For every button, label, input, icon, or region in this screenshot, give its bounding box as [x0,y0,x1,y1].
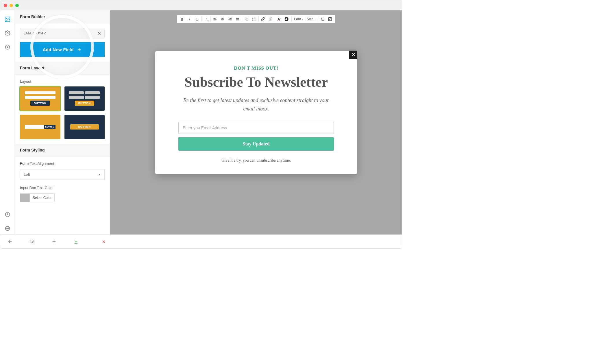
popup-eyebrow: DON'T MISS OUT! [178,65,334,71]
svg-point-4 [7,47,8,47]
layout-grid: BUTTON BUTTON BUTTON BUTTON [20,86,105,139]
rte-unordered-list[interactable] [250,15,258,23]
rte-align-left[interactable] [211,15,219,23]
back-icon[interactable] [7,239,13,245]
main-row: Form Builder EMAIL - tfield ✕ Add New Fi… [0,10,402,234]
layout-label: Layout [20,79,105,84]
rte-align-right[interactable] [226,15,234,23]
rte-toolbar: B I U Ix 123 A▾ A▾ Font▾ [177,15,335,23]
rte-size-dropdown[interactable]: Size▾ [305,17,317,21]
add-new-field-button[interactable]: Add New Field ＋ [20,42,105,57]
target-icon[interactable] [4,44,11,50]
form-text-alignment-label: Form Text Alignment [20,161,105,166]
popup-title: Subscribe To Newsletter [178,74,334,90]
popup-footer: Give it a try, you can unsubscribe anyti… [178,158,334,163]
layout-option-two-col[interactable]: BUTTON [64,86,105,111]
select-color-button[interactable]: Select Color [30,193,55,202]
input-box-text-color-label: Input Box Text Color [20,186,105,190]
devices-icon[interactable] [29,239,35,245]
chevron-down-icon: ▾ [314,18,316,21]
rte-source[interactable] [326,15,334,23]
section-form-layout: Form Layout [15,62,110,75]
rte-bg-color[interactable]: A▾ [283,15,291,23]
section-form-styling: Form Styling [15,144,110,157]
plus-icon: ＋ [77,46,82,53]
rte-size-label: Size [307,17,313,21]
close-icon[interactable] [101,239,107,245]
rte-align-justify[interactable] [234,15,241,23]
layout-card-button-label: BUTTON [44,125,56,129]
field-row-email[interactable]: EMAIL - tfield ✕ [20,28,105,38]
traffic-light-close[interactable] [4,4,7,7]
sidebar: Form Builder EMAIL - tfield ✕ Add New Fi… [15,10,110,234]
rte-unlink[interactable] [267,15,274,23]
rte-italic[interactable]: I [186,15,193,23]
field-label: EMAIL - tfield [20,28,94,38]
rte-underline[interactable]: U [193,15,201,23]
app-window: Form Builder EMAIL - tfield ✕ Add New Fi… [0,0,402,249]
svg-text:3: 3 [245,19,246,21]
add-new-field-label: Add New Field [43,47,74,52]
rte-ordered-list[interactable]: 123 [243,15,250,23]
rte-bold[interactable]: B [178,15,186,23]
gear-icon[interactable] [4,30,11,36]
section-form-builder: Form Builder [15,10,110,23]
popup-subtitle: Be the first to get latest updates and e… [178,96,334,113]
image-icon[interactable] [4,16,11,23]
form-text-alignment-value: Left [24,172,30,177]
plus-icon[interactable] [51,239,57,245]
svg-point-1 [6,18,7,19]
globe-icon[interactable] [4,225,11,232]
chevron-down-icon: ▼ [98,173,101,176]
svg-point-10 [253,19,253,19]
layout-card-button-label: BUTTON [70,124,99,130]
traffic-light-zoom[interactable] [15,4,19,7]
layout-option-single-stack[interactable]: BUTTON [20,86,60,111]
popup-submit-button[interactable]: Stay Updated [178,137,334,151]
history-icon[interactable] [4,211,11,218]
layout-option-centered[interactable]: BUTTON [64,115,105,139]
svg-point-2 [7,33,8,34]
rte-align-center[interactable] [219,15,226,23]
svg-point-11 [253,20,253,21]
rte-font-label: Font [294,17,301,21]
remove-field-icon[interactable]: ✕ [94,31,104,36]
rte-font-dropdown[interactable]: Font▾ [292,17,305,21]
traffic-light-minimize[interactable] [10,4,13,7]
icon-rail [0,10,15,234]
popup-email-input[interactable] [178,122,334,134]
color-swatch[interactable] [20,193,30,202]
titlebar [0,0,402,10]
rte-link[interactable] [259,15,267,23]
download-icon[interactable] [73,239,79,245]
newsletter-popup: ✕ DON'T MISS OUT! Subscribe To Newslette… [155,51,357,174]
layout-card-button-label: BUTTON [75,101,94,106]
canvas[interactable]: B I U Ix 123 A▾ A▾ Font▾ [110,10,402,234]
svg-point-9 [253,18,253,19]
rte-text-color[interactable]: A▾ [276,15,283,23]
bottombar [0,234,402,248]
form-text-alignment-select[interactable]: Left ▼ [20,169,105,180]
rte-line-height[interactable] [319,15,326,23]
chevron-down-icon: ▾ [302,18,303,21]
popup-close-button[interactable]: ✕ [349,51,357,59]
layout-option-inline[interactable]: BUTTON [20,115,60,139]
layout-card-button-label: BUTTON [30,101,50,106]
rte-clear-format[interactable]: Ix [202,15,210,23]
